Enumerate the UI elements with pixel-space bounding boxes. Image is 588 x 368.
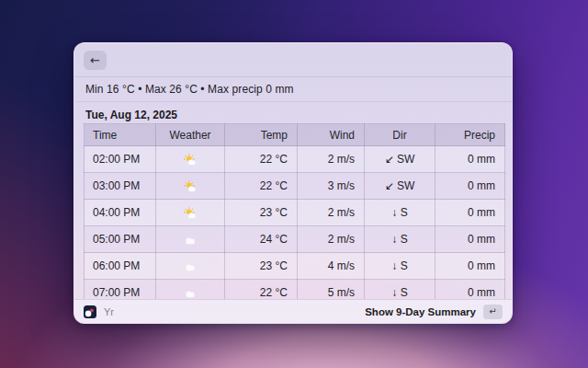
return-key-icon: ↵ — [489, 306, 496, 316]
temp-cell: 22 °C — [225, 146, 298, 173]
sun-behind-cloud-icon — [183, 207, 198, 219]
weather-cell — [156, 226, 225, 253]
table-header-row: TimeWeatherTempWindDirPrecip — [85, 124, 505, 146]
time-cell: 06:00 PM — [85, 253, 156, 280]
summary-line: Min 16 °C • Max 26 °C • Max precip 0 mm — [74, 77, 512, 102]
time-cell: 03:00 PM — [85, 173, 156, 200]
window-header: ← — [74, 43, 512, 77]
cloud-icon — [183, 287, 198, 299]
back-arrow-icon: ← — [90, 53, 100, 67]
time-cell: 05:00 PM — [85, 226, 156, 253]
forecast-row: 05:00 PM 24 °C 2 m/s ↓ S 0 mm — [85, 226, 505, 253]
precip-cell: 0 mm — [435, 253, 505, 280]
weather-cell — [156, 173, 225, 200]
date-heading: Tue, Aug 12, 2025 — [74, 102, 512, 123]
source-label: Yr — [104, 306, 114, 317]
precip-cell: 0 mm — [435, 200, 505, 226]
wind-cell: 2 m/s — [298, 226, 365, 253]
column-header-time: Time — [85, 124, 156, 146]
column-header-wind: Wind — [298, 124, 365, 146]
time-cell: 04:00 PM — [85, 200, 156, 226]
wind-cell: 4 m/s — [298, 253, 365, 280]
weather-cell — [156, 253, 225, 280]
temp-cell: 23 °C — [225, 253, 298, 280]
forecast-row: 06:00 PM 23 °C 4 m/s ↓ S 0 mm — [85, 253, 505, 280]
column-header-precip: Precip — [435, 124, 505, 146]
temp-cell: 22 °C — [225, 173, 298, 200]
dir-cell: ↓ S — [365, 253, 435, 280]
precip-cell: 0 mm — [435, 173, 505, 200]
dir-cell: ↓ S — [365, 226, 435, 253]
sun-behind-cloud-icon — [183, 154, 198, 166]
wind-cell: 2 m/s — [298, 146, 365, 173]
cloud-icon — [183, 260, 198, 272]
dir-cell: ↙ SW — [365, 146, 435, 173]
forecast-row: 03:00 PM 22 °C 3 m/s ↙ SW 0 mm — [85, 173, 505, 200]
weather-cell — [156, 200, 225, 226]
back-button[interactable]: ← — [84, 51, 107, 70]
action-label: Show 9-Day Summary — [365, 306, 476, 317]
temp-cell: 23 °C — [225, 200, 298, 226]
column-header-weather: Weather — [156, 124, 225, 146]
column-header-temp: Temp — [225, 124, 298, 146]
time-cell: 02:00 PM — [85, 146, 156, 173]
footer-bar: Yr Show 9-Day Summary ↵ — [74, 299, 512, 323]
forecast-table: TimeWeatherTempWindDirPrecip 02:00 PM 22… — [84, 123, 505, 306]
weather-forecast-window: ← Min 16 °C • Max 26 °C • Max precip 0 m… — [74, 42, 513, 324]
forecast-row: 02:00 PM 22 °C 2 m/s ↙ SW 0 mm — [85, 146, 505, 173]
show-summary-action[interactable]: Show 9-Day Summary ↵ — [365, 305, 503, 319]
wind-cell: 2 m/s — [298, 200, 365, 226]
wind-cell: 3 m/s — [298, 173, 365, 200]
column-header-dir: Dir — [365, 124, 435, 146]
desktop-wallpaper: ← Min 16 °C • Max 26 °C • Max precip 0 m… — [0, 0, 588, 368]
cloud-icon — [183, 234, 198, 246]
yr-logo-icon — [84, 305, 96, 318]
precip-cell: 0 mm — [435, 146, 505, 173]
forecast-row: 04:00 PM 23 °C 2 m/s ↓ S 0 mm — [85, 200, 505, 226]
return-key-badge: ↵ — [483, 305, 503, 319]
temp-cell: 24 °C — [225, 226, 298, 253]
dir-cell: ↙ SW — [365, 173, 435, 200]
precip-cell: 0 mm — [435, 226, 505, 253]
weather-cell — [156, 146, 225, 173]
sun-behind-cloud-icon — [183, 180, 198, 192]
forecast-table-body: 02:00 PM 22 °C 2 m/s ↙ SW 0 mm 03:00 PM … — [85, 146, 505, 306]
dir-cell: ↓ S — [365, 200, 435, 226]
